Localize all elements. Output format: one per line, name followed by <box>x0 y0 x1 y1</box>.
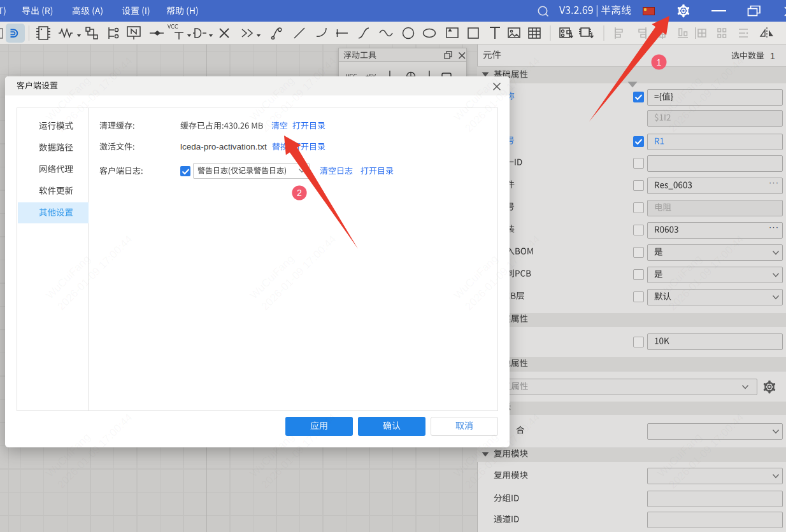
svg-text:1: 1 <box>657 57 662 67</box>
svg-text:2: 2 <box>297 188 302 198</box>
